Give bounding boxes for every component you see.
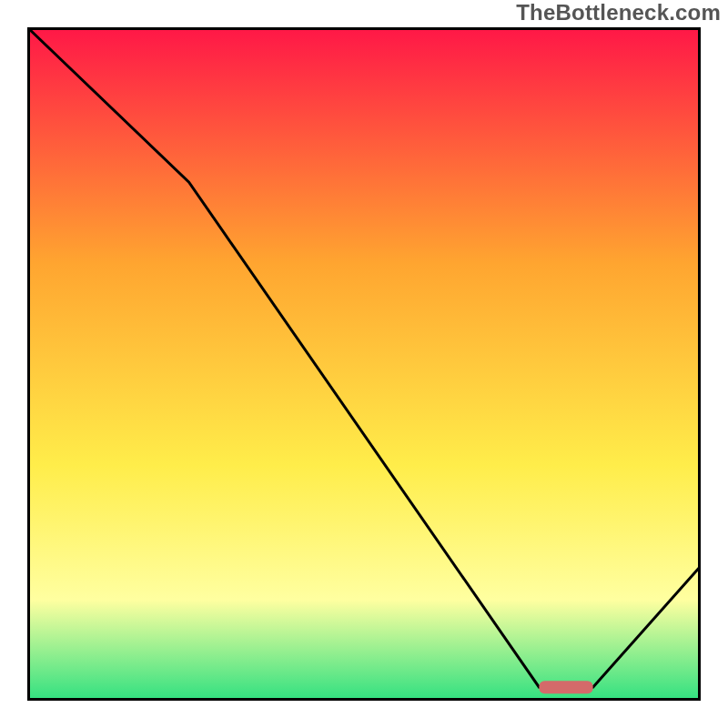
- plot-svg: [27, 27, 701, 701]
- minimum-marker: [539, 681, 592, 693]
- gradient-background: [27, 27, 701, 701]
- attribution-label: TheBottleneck.com: [516, 0, 721, 25]
- chart-container: TheBottleneck.com: [0, 0, 728, 728]
- plot-area: [27, 27, 701, 701]
